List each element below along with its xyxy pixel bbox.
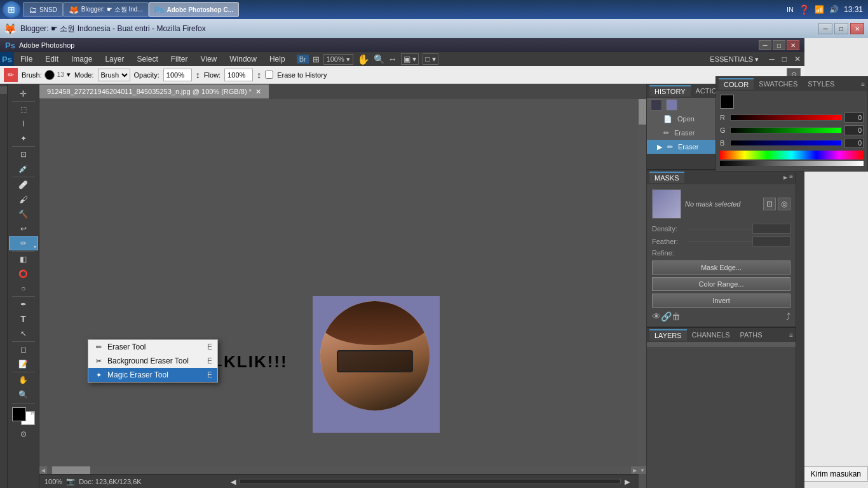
add-vector-mask-btn[interactable]: ◎ (778, 198, 790, 210)
canvas-vscrollbar[interactable]: ▼ (639, 99, 646, 474)
ps-min2[interactable]: ─ (765, 53, 778, 65)
move-tool[interactable]: ✛ (9, 86, 38, 100)
color-menu[interactable]: ≡ (861, 81, 865, 88)
ps-close2[interactable]: ✕ (790, 53, 804, 65)
masks-apply-btn[interactable]: ⤴ (786, 311, 790, 322)
canvas-hscrollbar[interactable]: ▶ ◀ (39, 466, 639, 474)
history-tab[interactable]: HISTORY (649, 85, 691, 97)
windows-taskbar: ⊞ 🗂 SNSD 🦊 Blogger: ☛ 소원 Ind... Ps Adobe… (0, 0, 868, 19)
invert-btn[interactable]: Invert (652, 294, 790, 308)
brush-dropdown[interactable]: ▾ (67, 71, 71, 79)
taskbar-tab-snsd[interactable]: 🗂 SNSD (23, 2, 63, 17)
green-input[interactable] (844, 125, 864, 135)
eraser-tool[interactable]: ✏ ▾ (9, 236, 38, 250)
styles-tab[interactable]: STYLES (803, 79, 839, 89)
start-button[interactable]: ⊞ (3, 1, 20, 18)
quick-mask-tool[interactable]: ⊙ (9, 427, 38, 441)
swatches-tab[interactable]: SWATCHES (754, 79, 803, 89)
menu-view[interactable]: View (194, 53, 223, 65)
masks-link-btn[interactable]: 🔗 (661, 311, 672, 322)
text-tool[interactable]: T (9, 312, 38, 326)
color-swatches-tool[interactable]: ⇄ (12, 407, 35, 425)
ps-close[interactable]: ✕ (787, 40, 799, 50)
blue-input[interactable] (844, 138, 864, 148)
brush-tool[interactable]: 🖌 (9, 193, 38, 207)
mode-select[interactable]: Brush (98, 69, 130, 81)
ps-minimize[interactable]: ─ (759, 40, 771, 50)
layers-tab[interactable]: LAYERS (649, 329, 687, 341)
channels-tab[interactable]: CHANNELS (687, 330, 735, 340)
blue-slider[interactable] (730, 140, 842, 146)
feather-input[interactable] (752, 236, 790, 247)
density-input[interactable] (752, 224, 790, 234)
paths-tab[interactable]: PATHS (735, 330, 768, 340)
magic-eraser-tool-item[interactable]: ✦ Magic Eraser Tool E (88, 368, 217, 382)
close-tab-btn[interactable]: ✕ (255, 88, 261, 96)
toolbar-collapse[interactable] (0, 86, 7, 94)
eraser-tool-item[interactable]: ✏ Eraser Tool E (88, 340, 217, 354)
ps-maximize[interactable]: □ (773, 40, 785, 50)
blur-tool[interactable]: ⭕ (9, 267, 38, 281)
photoshop-window: Ps Adobe Photoshop ─ □ ✕ Ps File Edit Im… (0, 38, 804, 488)
opacity-arrow[interactable]: ↕ (196, 70, 200, 80)
mask-edge-btn[interactable]: Mask Edge... (652, 261, 790, 274)
color-tab[interactable]: COLOR (719, 78, 754, 90)
green-slider[interactable] (730, 127, 842, 133)
stamp-tool[interactable]: 🔨 (9, 207, 38, 221)
masks-eye-btn[interactable]: 👁 (652, 311, 661, 322)
menu-layer[interactable]: Layer (98, 53, 130, 65)
magic-wand-tool[interactable]: ✦ (9, 132, 38, 146)
layers-menu[interactable]: ≡ (789, 332, 793, 339)
essentials-btn[interactable]: ESSENTIALS ▾ (703, 54, 765, 65)
red-slider[interactable] (730, 114, 842, 121)
dodge-tool[interactable]: ○ (9, 281, 38, 295)
ff-minimize[interactable]: ─ (818, 23, 832, 34)
gradient-tool[interactable]: ◧ (9, 252, 38, 266)
marquee-tool[interactable]: ⬚ (9, 102, 38, 116)
pen-tool[interactable]: ✒ (9, 297, 38, 311)
masks-expand[interactable]: ▸ (783, 173, 787, 182)
add-pixel-mask-btn[interactable]: ⊡ (763, 198, 776, 210)
zoom-tool[interactable]: 🔍 (9, 388, 38, 402)
flow-label: Flow: (204, 71, 220, 79)
color-range-btn[interactable]: Color Range... (652, 277, 790, 291)
masks-header: MASKS ▸ ≡ (647, 170, 796, 184)
menu-help[interactable]: Help (263, 53, 292, 65)
shape-tool[interactable]: ◻ (9, 342, 38, 356)
menu-select[interactable]: Select (130, 53, 164, 65)
opacity-input[interactable] (163, 69, 192, 81)
lasso-tool[interactable]: ⌇ (9, 117, 38, 131)
masks-menu[interactable]: ≡ (789, 173, 793, 182)
notes-tool[interactable]: 📝 (9, 357, 38, 371)
healing-brush-tool[interactable]: 🩹 (9, 178, 38, 192)
crop-tool[interactable]: ⊡ (9, 147, 38, 161)
flow-input[interactable] (224, 69, 253, 81)
hand-tool[interactable]: ✋ (9, 373, 38, 387)
menu-filter[interactable]: Filter (165, 53, 194, 65)
masks-delete-btn[interactable]: 🗑 (672, 311, 681, 322)
refine-row: Refine: (652, 249, 790, 257)
grayscale-bar[interactable] (720, 161, 864, 166)
red-input[interactable] (844, 112, 864, 123)
history-brush-tool[interactable]: ↩ (9, 222, 38, 236)
flow-arrow[interactable]: ↕ (257, 70, 261, 80)
spectrum-bar[interactable] (720, 151, 864, 159)
menu-image[interactable]: Image (65, 53, 98, 65)
ps-max2[interactable]: □ (778, 53, 790, 65)
ff-close[interactable]: ✕ (850, 23, 864, 34)
kirim-masukan-button[interactable]: Kirim masukan (804, 466, 868, 482)
taskbar-tab-photoshop[interactable]: Ps Adobe Photoshop C... (149, 2, 239, 17)
foreground-color-swatch[interactable] (720, 95, 734, 109)
green-slider-row: G (720, 125, 864, 135)
menu-file[interactable]: File (14, 53, 39, 65)
eyedropper-tool[interactable]: 💉 (9, 162, 38, 176)
eraser-context-menu: ✏ Eraser Tool E ✂ Background Eraser Tool… (88, 339, 218, 383)
taskbar-tab-blogger[interactable]: 🦊 Blogger: ☛ 소원 Ind... (63, 2, 149, 17)
menu-window[interactable]: Window (223, 53, 263, 65)
ff-maximize[interactable]: □ (834, 23, 848, 34)
bg-eraser-tool-item[interactable]: ✂ Background Eraser Tool E (88, 354, 217, 368)
document-tab[interactable]: 912458_272721946204011_845035253_n.jpg @… (39, 85, 269, 98)
menu-edit[interactable]: Edit (39, 53, 65, 65)
erase-history-checkbox[interactable] (265, 71, 273, 79)
path-select-tool[interactable]: ↖ (9, 327, 38, 341)
